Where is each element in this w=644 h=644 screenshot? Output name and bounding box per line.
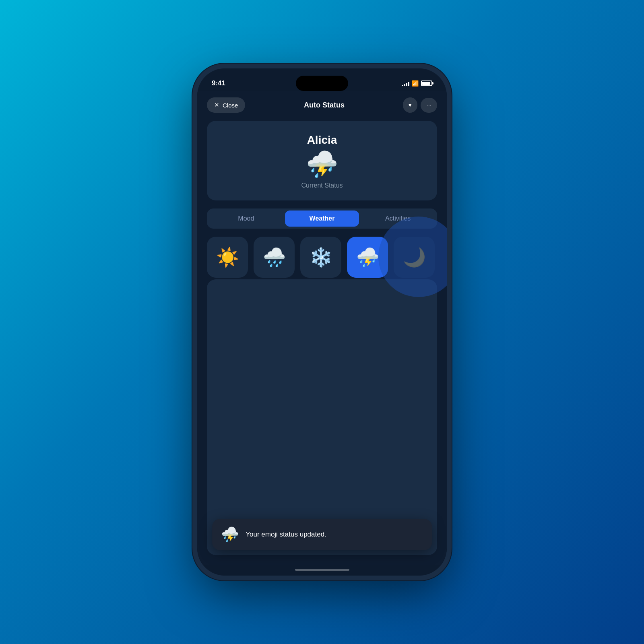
profile-name: Alicia xyxy=(307,134,337,147)
emoji-sunny[interactable]: ☀️ xyxy=(207,237,248,278)
weather-emoji-grid: ☀️ 🌧️ ❄️ ⛈️ 🌙 🌕 xyxy=(207,237,437,278)
status-time: 9:41 xyxy=(212,79,225,87)
chevron-down-icon: ▾ xyxy=(409,101,412,109)
header-actions: ▾ ··· xyxy=(403,97,437,113)
tab-weather[interactable]: Weather xyxy=(285,211,359,227)
current-status-label: Current Status xyxy=(301,182,343,189)
toast-message: Your emoji status updated. xyxy=(246,530,326,539)
dynamic-island xyxy=(296,76,348,91)
ellipsis-icon: ··· xyxy=(426,102,431,109)
toast-emoji: ⛈️ xyxy=(221,526,239,543)
emoji-rainy-cloud[interactable]: 🌧️ xyxy=(254,237,295,278)
tab-mood[interactable]: Mood xyxy=(209,211,283,227)
emoji-night[interactable]: 🌙 xyxy=(394,237,435,278)
close-x-icon: ✕ xyxy=(214,101,219,109)
toast-notification: ⛈️ Your emoji status updated. xyxy=(212,519,432,550)
screen: ✕ Close Auto Status ▾ ··· Alicia ⛈️ Curr… xyxy=(197,91,447,565)
emoji-thunderstorm[interactable]: ⛈️ xyxy=(347,237,388,278)
battery-icon xyxy=(421,80,432,86)
phone-frame: 9:41 📶 ✕ Close Auto Status xyxy=(197,68,447,576)
profile-card: Alicia ⛈️ Current Status xyxy=(207,121,437,200)
tab-activities[interactable]: Activities xyxy=(361,211,435,227)
app-header: ✕ Close Auto Status ▾ ··· xyxy=(207,97,437,113)
status-icons: 📶 xyxy=(402,80,432,87)
emoji-snow[interactable]: ❄️ xyxy=(300,237,341,278)
close-label: Close xyxy=(223,102,238,109)
signal-icon xyxy=(402,80,409,86)
home-indicator xyxy=(295,569,349,571)
close-button[interactable]: ✕ Close xyxy=(207,97,245,113)
more-options-button[interactable]: ··· xyxy=(421,98,437,113)
header-title: Auto Status xyxy=(304,101,345,109)
chevron-down-button[interactable]: ▾ xyxy=(403,97,417,113)
wifi-icon: 📶 xyxy=(412,80,419,87)
bottom-content-area xyxy=(207,279,437,555)
tab-bar: Mood Weather Activities xyxy=(207,208,437,229)
current-status-emoji: ⛈️ xyxy=(306,151,338,177)
